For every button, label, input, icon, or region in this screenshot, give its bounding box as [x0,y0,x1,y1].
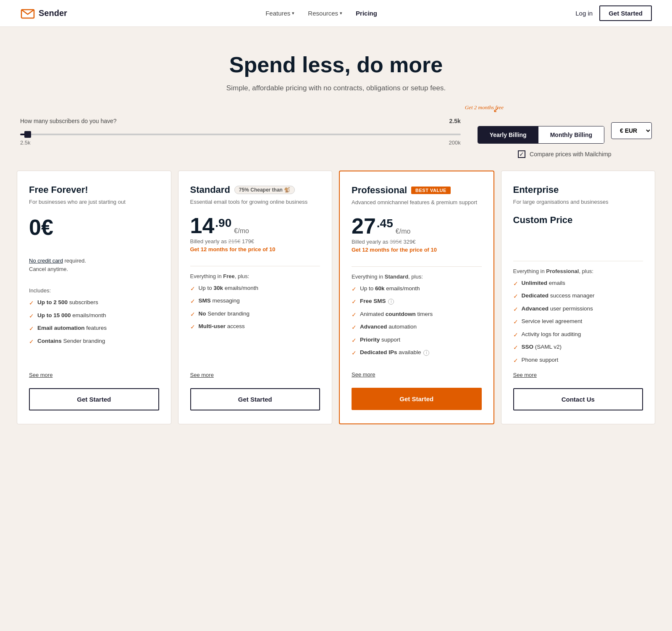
check-icon: ✓ [29,325,34,333]
enterprise-see-more-link[interactable]: See more [513,372,643,378]
enterprise-cta-button[interactable]: Contact Us [513,388,643,410]
plan-free-features: ✓ Up to 2 500 subscribers ✓ Up to 15 000… [29,299,159,365]
chevron-down-icon: ▾ [340,11,342,16]
check-icon: ✓ [352,298,357,306]
check-icon: ✓ [29,312,34,321]
list-item: ✓ Up to 30k emails/month [190,284,320,293]
check-icon: ✓ [513,305,518,314]
hero-section: Spend less, do more Simple, affordable p… [0,27,672,109]
info-icon: i [423,350,429,356]
subscriber-control: How many subscribers do you have? 2.5k 2… [20,118,461,146]
range-min: 2.5k [20,139,31,146]
check-icon: ✓ [352,323,357,332]
nav-resources[interactable]: Resources ▾ [308,10,342,17]
plan-pro-name: Professional [352,185,407,196]
compare-label: Compare prices with Mailchimp [530,151,612,158]
list-item: ✓ Service level agreement [513,318,643,326]
get-started-nav-button[interactable]: Get Started [599,5,652,21]
plan-enterprise-name: Enterprise [513,184,559,195]
logo[interactable]: Sender [20,8,67,19]
divider [190,266,320,266]
standard-see-more-link[interactable]: See more [190,372,320,378]
nav-pricing[interactable]: Pricing [356,10,377,17]
nav-links: Features ▾ Resources ▾ Pricing [265,10,377,17]
list-item: ✓ SMS messaging [190,297,320,306]
list-item: ✓ Contains Sender branding [29,337,159,346]
pricing-section: Free Forever! For businesses who are jus… [0,171,672,450]
plan-free-price: 0€ [29,215,53,240]
check-icon: ✓ [190,310,195,319]
subscriber-question: How many subscribers do you have? [20,118,117,124]
currency-select[interactable]: € EUR $ USD £ GBP [611,122,652,139]
free-see-more-link[interactable]: See more [29,372,159,378]
plan-pro-desc: Advanced omnichannel features & premium … [352,198,482,207]
list-item: ✓ Multi-user access [190,323,320,331]
plan-pro-price-int: 27 [352,215,376,237]
plan-card-free: Free Forever! For businesses who are jus… [17,171,171,424]
subscriber-slider[interactable] [20,134,461,135]
list-item: ✓ Animated countdown timers [352,310,482,319]
plan-standard-billed: Billed yearly as 215€ 179€ [190,238,320,245]
hero-subtext: Simple, affordable pricing with no contr… [20,84,652,92]
plan-standard-desc: Essential email tools for growing online… [190,198,320,206]
plan-pro-everything-in: Everything in Standard, plus: [352,273,482,280]
list-item: ✓ Dedicated IPs available i [352,349,482,358]
plan-standard-price-period: €/mo [234,227,249,235]
list-item: ✓ Up to 2 500 subscribers [29,299,159,308]
list-item: ✓ Up to 15 000 emails/month [29,312,159,321]
check-icon: ✓ [29,299,34,308]
range-max: 200k [449,139,461,146]
check-icon: ✓ [190,285,195,293]
subscriber-count: 2.5k [449,118,460,124]
compare-row: ✓ Compare prices with Mailchimp [518,150,612,158]
list-item: ✓ Free SMS i [352,297,482,306]
plan-standard-promo: Get 12 months for the price of 10 [190,246,320,252]
plan-card-standard: Standard 75% Cheaper than 🐒 Essential em… [178,171,333,424]
navbar: Sender Features ▾ Resources ▾ Pricing Lo… [0,0,672,27]
list-item: ✓ Advanced automation [352,323,482,332]
plan-standard-everything-in: Everything in Free, plus: [190,273,320,279]
hero-headline: Spend less, do more [20,52,652,77]
list-item: ✓ Phone support [513,356,643,365]
list-item: ✓ No Sender branding [190,310,320,319]
check-icon: ✓ [513,357,518,365]
cheaper-badge: 75% Cheaper than 🐒 [234,186,295,194]
info-icon: i [388,299,394,305]
compare-checkbox[interactable]: ✓ [518,150,525,158]
list-item: ✓ Advanced user permissions [513,305,643,314]
billing-control: Get 2 months free ↙ Yearly Billing Month… [478,118,652,158]
check-icon: ✓ [352,311,357,319]
check-icon: ✓ [352,337,357,345]
arrow-icon: ↙ [493,105,499,114]
plan-enterprise-features: ✓ Unlimited emails ✓ Dedicated success m… [513,279,643,365]
billing-toggle: Yearly Billing Monthly Billing [478,126,604,144]
check-icon: ✓ [352,349,357,358]
plan-enterprise-desc: For large organisations and businesses [513,198,643,206]
standard-cta-button[interactable]: Get Started [190,388,320,410]
plan-standard-name: Standard [190,184,230,195]
plan-standard-price-decimal: .90 [215,216,231,230]
chevron-down-icon: ▾ [292,11,294,16]
list-item: ✓ SSO (SAML v2) [513,343,643,352]
login-button[interactable]: Log in [575,10,593,17]
pro-cta-button[interactable]: Get Started [352,388,482,410]
nav-features[interactable]: Features ▾ [265,10,294,17]
pro-see-more-link[interactable]: See more [352,371,482,378]
plan-card-enterprise: Enterprise For large organisations and b… [501,171,656,424]
nav-actions: Log in Get Started [575,5,652,21]
controls-section: How many subscribers do you have? 2.5k 2… [0,109,672,171]
plan-free-no-credit: No credit card required.Cancel anytime. [29,257,159,274]
yearly-billing-button[interactable]: Yearly Billing [478,126,538,143]
plan-enterprise-custom-price: Custom Price [513,215,643,226]
check-icon: ✓ [352,285,357,294]
free-cta-button[interactable]: Get Started [29,388,159,410]
monthly-billing-button[interactable]: Monthly Billing [538,126,604,143]
divider [513,261,643,261]
list-item: ✓ Priority support [352,336,482,345]
divider [352,266,482,267]
plan-card-professional: Professional BEST VALUE Advanced omnicha… [339,171,494,424]
plan-pro-billed: Billed yearly as 395€ 329€ [352,239,482,245]
plan-free-name: Free Forever! [29,184,88,195]
plan-free-includes: Includes: [29,287,159,294]
free-months-badge: Get 2 months free ↙ [465,104,504,111]
